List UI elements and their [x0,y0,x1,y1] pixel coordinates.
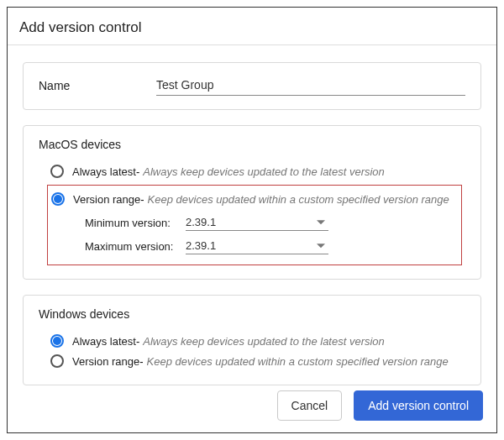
radio-desc: Keep devices updated within a custom spe… [147,355,449,368]
minimum-version-value: 2.39.1 [186,216,216,228]
macos-section-title: MacOS devices [39,138,465,151]
maximum-version-value: 2.39.1 [186,239,216,252]
radio-icon [50,334,64,348]
radio-icon [50,165,64,178]
dialog-title: Add version control [8,19,496,45]
macos-radio-always-latest[interactable]: Always latest - Always keep devices upda… [39,161,465,181]
macos-card: MacOS devices Always latest - Always kee… [23,125,481,280]
add-version-control-button[interactable]: Add version control [354,390,483,421]
radio-label: Version range [73,193,140,206]
macos-radio-version-range[interactable]: Version range - Keep devices updated wit… [48,189,461,209]
maximum-version-label: Maximum version: [85,240,186,253]
dropdown-icon [317,244,325,248]
minimum-version-row: Minimum version: 2.39.1 [48,209,461,233]
radio-label: Version range [72,355,139,368]
macos-version-range-highlight: Version range - Keep devices updated wit… [47,185,462,265]
name-input[interactable] [156,75,465,96]
radio-label: Always latest [72,165,136,178]
windows-radio-version-range[interactable]: Version range - Keep devices updated wit… [39,351,465,371]
minimum-version-select[interactable]: 2.39.1 [186,214,328,231]
windows-section-title: Windows devices [39,307,465,321]
cancel-button[interactable]: Cancel [277,390,343,421]
add-version-control-dialog: Add version control Name MacOS devices A… [7,7,497,433]
minimum-version-label: Minimum version: [85,217,186,229]
dialog-footer: Cancel Add version control [277,390,483,421]
dialog-body: Name MacOS devices Always latest - Alway… [8,45,496,385]
maximum-version-row: Maximum version: 2.39.1 [48,233,461,256]
name-label: Name [39,79,156,92]
name-card: Name [23,62,481,110]
radio-icon [50,354,64,368]
radio-desc: Keep devices updated within a custom spe… [148,193,449,206]
radio-label: Always latest [72,335,136,348]
windows-card: Windows devices Always latest - Always k… [23,295,481,385]
maximum-version-select[interactable]: 2.39.1 [186,238,328,254]
radio-desc: Always keep devices updated to the lates… [143,335,385,348]
radio-desc: Always keep devices updated to the lates… [143,165,385,178]
radio-icon [51,192,65,206]
dropdown-icon [317,220,325,224]
windows-radio-always-latest[interactable]: Always latest - Always keep devices upda… [39,331,465,351]
